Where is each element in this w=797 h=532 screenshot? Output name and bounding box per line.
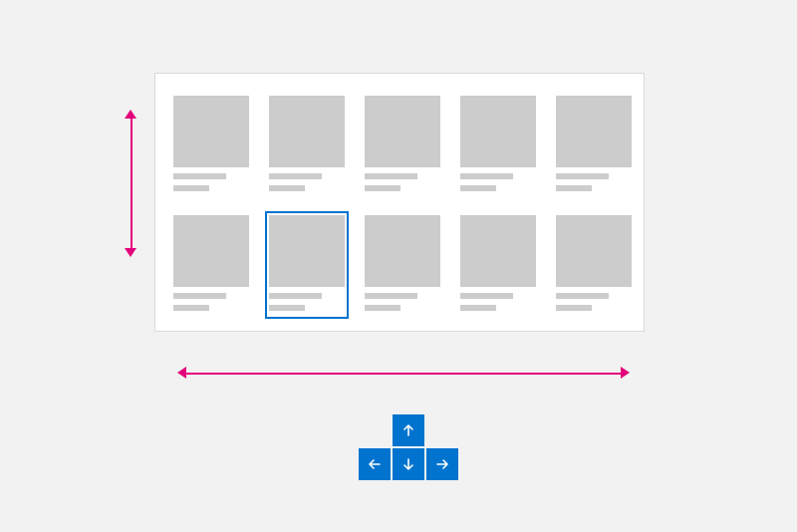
arrow-right-icon [621,367,630,379]
text-placeholder-line [556,305,592,311]
grid-item[interactable] [169,211,253,319]
grid-item[interactable] [265,211,349,319]
grid-container [154,73,645,332]
thumbnail-placeholder [556,215,632,287]
key-down[interactable] [393,448,424,480]
text-placeholder-line [556,293,609,299]
grid-item[interactable] [456,92,540,199]
text-placeholder-line [269,305,305,311]
grid-item[interactable] [456,211,540,319]
text-placeholder-line [269,293,322,299]
thumbnail-placeholder [269,96,345,167]
vertical-scroll-axis [125,110,138,257]
axis-line [183,373,624,375]
grid-item[interactable] [169,92,253,199]
thumbnail-placeholder [269,215,345,287]
text-placeholder-line [460,185,496,191]
text-placeholder-line [269,173,322,179]
grid-item[interactable] [361,92,444,199]
text-placeholder-line [460,293,513,299]
key-up[interactable] [393,414,424,446]
key-right[interactable] [426,448,458,480]
text-placeholder-line [365,293,417,299]
text-placeholder-line [556,173,609,179]
item-grid [155,74,644,331]
text-placeholder-line [365,305,400,311]
arrow-left-icon [368,457,382,471]
text-placeholder-line [269,185,305,191]
arrow-keypad [355,413,462,481]
key-left[interactable] [359,448,391,480]
axis-line [131,116,133,251]
diagram-stage [0,0,797,532]
arrow-down-icon [125,248,136,257]
thumbnail-placeholder [173,96,249,167]
grid-item[interactable] [265,92,349,199]
thumbnail-placeholder [365,215,440,287]
text-placeholder-line [173,305,209,311]
text-placeholder-line [173,185,209,191]
grid-item[interactable] [552,211,636,319]
grid-item[interactable] [361,211,444,319]
arrow-down-icon [401,457,415,471]
thumbnail-placeholder [173,215,249,287]
text-placeholder-line [365,185,400,191]
text-placeholder-line [460,305,496,311]
text-placeholder-line [173,293,226,299]
text-placeholder-line [556,185,592,191]
arrow-right-icon [435,457,449,471]
arrow-up-icon [401,423,415,437]
text-placeholder-line [460,173,513,179]
thumbnail-placeholder [460,96,536,167]
thumbnail-placeholder [365,96,440,167]
text-placeholder-line [365,173,417,179]
thumbnail-placeholder [556,96,632,167]
thumbnail-placeholder [460,215,536,287]
grid-item[interactable] [552,92,636,199]
horizontal-scroll-axis [177,367,630,381]
text-placeholder-line [173,173,226,179]
